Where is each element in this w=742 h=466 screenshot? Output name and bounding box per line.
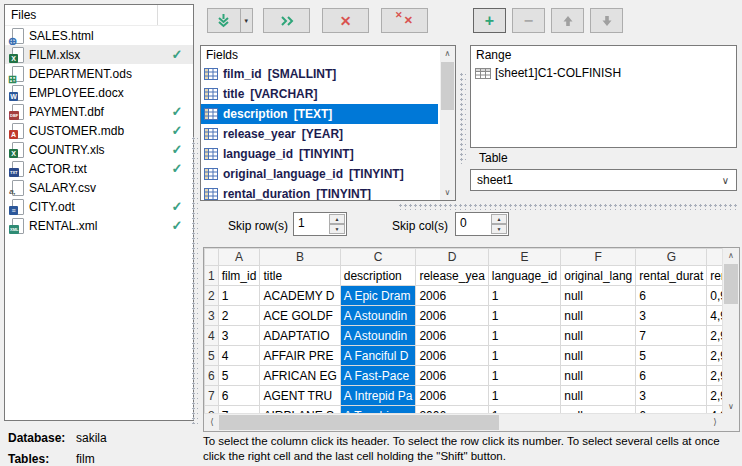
grid-cell[interactable]: AFRICAN EG: [260, 366, 340, 386]
remove-range-button[interactable]: −: [512, 8, 545, 33]
grid-row-number[interactable]: 3: [205, 306, 219, 326]
skip-cols-spinner[interactable]: 0 ▲ ▼: [455, 212, 509, 236]
fields-scrollbar-thumb[interactable]: [441, 62, 454, 110]
field-item-rental-duration[interactable]: rental_duration[TINYINT]: [201, 184, 438, 201]
spin-up-button[interactable]: ▲: [491, 214, 507, 224]
grid-cell[interactable]: 2,99: [707, 366, 723, 386]
file-item-customer-mdb[interactable]: A CUSTOMER.mdb ✓: [5, 121, 193, 140]
file-item-employee-docx[interactable]: W EMPLOYEE.docx: [5, 83, 193, 102]
clear-all-columns-button[interactable]: ✕✕: [381, 8, 428, 33]
grid-cell[interactable]: 1: [488, 306, 560, 326]
grid-row-number[interactable]: 1: [205, 266, 219, 286]
grid-cell[interactable]: 5: [218, 366, 260, 386]
fields-scrollbar[interactable]: ∧ ∨: [440, 46, 455, 200]
grid-cell[interactable]: description: [340, 266, 416, 286]
grid-cell[interactable]: title: [260, 266, 340, 286]
file-item-salary-csv[interactable]: a, SALARY.csv: [5, 178, 193, 197]
scroll-left-icon[interactable]: ⟨: [204, 414, 220, 431]
file-item-country-xls[interactable]: X COUNTRY.xls ✓: [5, 140, 193, 159]
move-down-button[interactable]: [590, 8, 623, 33]
grid-row-number[interactable]: 7: [205, 386, 219, 406]
grid-cell[interactable]: AFFAIR PRE: [260, 346, 340, 366]
grid-cell[interactable]: 7: [636, 326, 707, 346]
grid-cell[interactable]: null: [561, 366, 636, 386]
import-options-dropdown[interactable]: ▼: [240, 9, 252, 32]
grid-cell[interactable]: 2006: [416, 346, 488, 366]
grid-corner-cell[interactable]: [205, 249, 219, 266]
grid-cell[interactable]: 1: [488, 366, 560, 386]
grid-vscrollbar-thumb[interactable]: [724, 264, 738, 304]
grid-cell[interactable]: 6: [636, 286, 707, 306]
grid-cell[interactable]: 2,99: [707, 326, 723, 346]
grid-cell[interactable]: ADAPTATIO: [260, 326, 340, 346]
grid-cell-selected[interactable]: A Intrepid Pa: [340, 386, 416, 406]
grid-cell[interactable]: 2,99: [707, 346, 723, 366]
table-dropdown[interactable]: sheet1 ∨: [470, 169, 737, 191]
grid-row-number[interactable]: 5: [205, 346, 219, 366]
spin-down-button[interactable]: ▼: [491, 224, 507, 234]
import-column-button[interactable]: ▼: [207, 8, 253, 33]
grid-cell[interactable]: 4: [218, 346, 260, 366]
grid-cell[interactable]: 6: [218, 386, 260, 406]
field-item-title[interactable]: title[VARCHAR]: [201, 84, 438, 104]
spin-up-button[interactable]: ▲: [329, 214, 345, 224]
file-item-rental-xml[interactable]: XML RENTAL.xml ✓: [5, 216, 193, 235]
grid-cell[interactable]: 2006: [416, 366, 488, 386]
grid-cell[interactable]: 1: [488, 326, 560, 346]
grid-col-header-A[interactable]: A: [218, 249, 260, 266]
grid-col-header-D[interactable]: D: [416, 249, 488, 266]
grid-cell[interactable]: AGENT TRU: [260, 386, 340, 406]
file-item-city-odt[interactable]: ≡ CITY.odt ✓: [5, 197, 193, 216]
clear-column-button[interactable]: ✕: [322, 8, 369, 33]
scroll-up-icon[interactable]: ∧: [440, 46, 455, 61]
scroll-down-icon[interactable]: ∨: [723, 399, 739, 414]
grid-hscrollbar-thumb[interactable]: [219, 415, 499, 430]
grid-horizontal-scrollbar[interactable]: ⟨ ⟩: [204, 413, 723, 431]
grid-cell[interactable]: 2,99: [707, 386, 723, 406]
grid-vertical-scrollbar[interactable]: ∧ ∨: [722, 248, 739, 414]
grid-row-number[interactable]: 4: [205, 326, 219, 346]
grid-cell[interactable]: 2: [218, 306, 260, 326]
grid-cell-selected[interactable]: A Fast-Pace: [340, 366, 416, 386]
grid-col-header-B[interactable]: B: [260, 249, 340, 266]
grid-cell[interactable]: null: [561, 346, 636, 366]
grid-cell[interactable]: null: [561, 386, 636, 406]
range-item[interactable]: [sheet1]C1-COLFINISH: [471, 64, 736, 82]
grid-cell[interactable]: 2006: [416, 386, 488, 406]
grid-col-header-G[interactable]: G: [636, 249, 707, 266]
grid-cell[interactable]: 1: [218, 286, 260, 306]
files-list-header[interactable]: Files: [5, 5, 193, 26]
file-item-payment-dbf[interactable]: DBF PAYMENT.dbf ✓: [5, 102, 193, 121]
file-item-department-ods[interactable]: ⊞ DEPARTMENT.ods: [5, 64, 193, 83]
grid-cell[interactable]: rental_durat: [636, 266, 707, 286]
grid-row-number[interactable]: 2: [205, 286, 219, 306]
spin-down-button[interactable]: ▼: [329, 224, 345, 234]
grid-cell[interactable]: 0,99: [707, 286, 723, 306]
grid-col-header-C[interactable]: C: [340, 249, 416, 266]
add-range-button[interactable]: +: [473, 8, 506, 33]
grid-cell[interactable]: 1: [488, 386, 560, 406]
grid-cell[interactable]: film_id: [218, 266, 260, 286]
grid-row-number[interactable]: 6: [205, 366, 219, 386]
grid-cell[interactable]: 5: [636, 346, 707, 366]
grid-cell-selected[interactable]: A Fanciful D: [340, 346, 416, 366]
vertical-splitter-left[interactable]: [191, 136, 198, 424]
scroll-down-icon[interactable]: ∨: [440, 185, 455, 200]
scroll-right-icon[interactable]: ⟩: [707, 414, 723, 431]
grid-cell[interactable]: 2006: [416, 306, 488, 326]
grid-cell[interactable]: 1: [488, 286, 560, 306]
grid-col-header-F[interactable]: F: [561, 249, 636, 266]
grid-cell[interactable]: 2006: [416, 326, 488, 346]
field-item-release-year[interactable]: release_year[YEAR]: [201, 124, 438, 144]
vertical-splitter-fields-range[interactable]: [459, 72, 466, 164]
grid-cell[interactable]: rental_ra: [707, 266, 723, 286]
grid-cell[interactable]: original_lang: [561, 266, 636, 286]
file-item-actor-txt[interactable]: TXT ACTOR.txt ✓: [5, 159, 193, 178]
grid-cell[interactable]: 6: [636, 366, 707, 386]
grid-cell[interactable]: 1: [488, 346, 560, 366]
grid-cell[interactable]: null: [561, 306, 636, 326]
grid-col-header-E[interactable]: E: [488, 249, 560, 266]
grid-cell-selected[interactable]: A Astoundin: [340, 306, 416, 326]
grid-cell[interactable]: null: [561, 286, 636, 306]
grid-cell[interactable]: 2006: [416, 286, 488, 306]
